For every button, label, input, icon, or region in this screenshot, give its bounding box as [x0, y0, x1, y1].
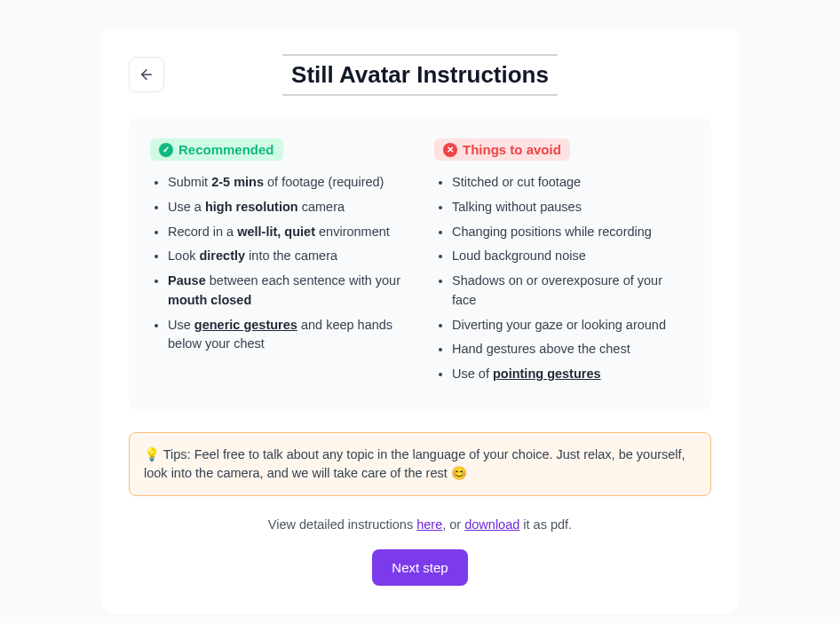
list-item: Look directly into the camera [168, 247, 406, 266]
recommended-column: ✓ Recommended Submit 2-5 mins of footage… [150, 138, 406, 390]
check-icon: ✓ [159, 143, 173, 157]
instruction-card: Still Avatar Instructions ✓ Recommended … [100, 28, 740, 614]
list-item: Changing positions while recording [452, 223, 690, 242]
footer-suffix: it as pdf. [519, 517, 572, 532]
recommended-badge: ✓ Recommended [150, 138, 283, 161]
recommended-label: Recommended [178, 142, 274, 157]
page-title: Still Avatar Instructions [282, 54, 558, 96]
list-item: Submit 2-5 mins of footage (required) [168, 173, 406, 193]
footer-mid: , or [442, 517, 464, 532]
download-link[interactable]: download [464, 517, 519, 532]
list-item: Hand gestures above the chest [452, 340, 690, 359]
header-row: Still Avatar Instructions [129, 57, 711, 92]
footer-prefix: View detailed instructions [268, 517, 416, 532]
x-icon: ✕ [443, 143, 457, 157]
list-item: Talking without pauses [452, 198, 690, 217]
avoid-label: Things to avoid [463, 142, 561, 157]
tips-box: 💡 Tips: Feel free to talk about any topi… [129, 432, 711, 496]
list-item: Use of pointing gestures [452, 365, 690, 384]
list-item: Diverting your gaze or looking around [452, 316, 690, 335]
avoid-list: Stitched or cut footageTalking without p… [434, 173, 690, 384]
list-item: Loud background noise [452, 247, 690, 266]
avoid-badge: ✕ Things to avoid [434, 138, 570, 161]
button-row: Next step [129, 549, 711, 586]
here-link[interactable]: here [416, 517, 442, 532]
back-button[interactable] [129, 57, 164, 92]
list-item: Pause between each sentence with your mo… [168, 272, 406, 311]
list-item: Shadows on or overexposure of your face [452, 272, 690, 311]
list-item: Use a high resolution camera [168, 198, 406, 217]
footer-text: View detailed instructions here, or down… [129, 517, 711, 532]
recommended-list: Submit 2-5 mins of footage (required)Use… [150, 173, 406, 354]
avoid-column: ✕ Things to avoid Stitched or cut footag… [434, 138, 690, 390]
list-item: Record in a well-lit, quiet environment [168, 223, 406, 242]
next-step-button[interactable]: Next step [372, 549, 467, 586]
arrow-left-icon [139, 67, 155, 83]
list-item: Stitched or cut footage [452, 173, 690, 193]
instructions-panel: ✓ Recommended Submit 2-5 mins of footage… [129, 117, 711, 411]
list-item: Use generic gestures and keep hands belo… [168, 316, 406, 355]
